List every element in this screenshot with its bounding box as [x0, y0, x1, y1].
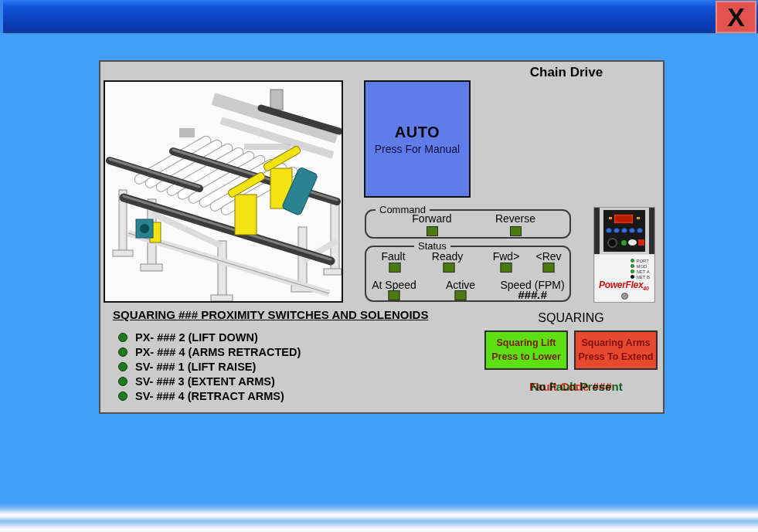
drive-led	[631, 264, 634, 268]
status-group: Status Fault Ready Fwd> <Rev At Speed Ac…	[365, 246, 571, 302]
drive-keypad	[603, 210, 645, 252]
title-bar	[0, 0, 758, 33]
list-item: SV- ### 4 (RETRACT ARMS)	[118, 388, 301, 403]
drive-cover: PORT MOD NET A NET B PowerFlex40	[595, 255, 654, 302]
rev-led	[543, 263, 555, 273]
bottom-gloss-band	[0, 503, 758, 532]
drive-button	[628, 239, 637, 246]
reverse-label: Reverse	[481, 212, 550, 225]
drive-led	[631, 269, 634, 273]
no-fault-text: No Fault Present	[530, 380, 622, 393]
drive-led-label: NET B	[636, 275, 650, 280]
drive-display-mark	[637, 217, 640, 219]
list-item: PX- ### 4 (ARMS RETRACTED)	[118, 344, 301, 359]
drive-stop-button	[638, 239, 644, 246]
drive-knob	[607, 238, 617, 248]
drive-button-row	[606, 228, 643, 233]
fwd-label: Fwd>	[493, 250, 520, 263]
prox-led-icon	[118, 391, 127, 401]
drive-keypad-section	[594, 208, 654, 254]
squaring-arms-button[interactable]: Squaring Arms Press To Extend	[574, 330, 658, 370]
active-led	[455, 290, 467, 300]
reverse-indicator: Reverse	[481, 212, 550, 239]
at-speed-led	[389, 290, 400, 300]
drive-button	[629, 228, 635, 233]
page-title: Chain Drive	[450, 65, 682, 80]
forward-indicator: Forward	[397, 212, 467, 239]
at-speed-label: At Speed	[372, 279, 416, 291]
conveyor-image	[105, 82, 342, 301]
allen-bradley-logo-icon	[621, 293, 628, 300]
squaring-arms-sublabel: Press To Extend	[578, 351, 653, 364]
drive-button	[637, 228, 643, 233]
auto-manual-button[interactable]: AUTO Press For Manual	[364, 80, 471, 198]
forward-label: Forward	[397, 212, 467, 225]
fault-label: Fault	[381, 250, 405, 263]
command-group: Command Forward Reverse	[365, 209, 571, 239]
ready-label: Ready	[432, 250, 463, 263]
speed-value: ###.#	[518, 288, 547, 301]
powerflex-logo: PowerFlex40	[599, 280, 649, 291]
titlebar-left-highlight	[0, 0, 3, 33]
drive-led-label: PORT	[636, 259, 649, 263]
ready-led	[444, 263, 455, 273]
prox-list: PX- ### 2 (LIFT DOWN) PX- ### 4 (ARMS RE…	[118, 330, 301, 403]
prox-led-icon	[118, 377, 127, 386]
drive-display-mark	[609, 217, 612, 219]
prox-item-label: PX- ### 4 (ARMS RETRACTED)	[135, 346, 301, 358]
prox-item-label: SV- ### 4 (RETRACT ARMS)	[135, 390, 284, 402]
prox-led-icon	[118, 347, 127, 357]
prox-led-icon	[118, 333, 127, 342]
drive-led-label: NET A	[636, 269, 649, 274]
chain-drive-panel: Chain Drive	[99, 60, 665, 414]
squaring-lift-button[interactable]: Squaring Lift Press to Lower	[484, 330, 568, 370]
prox-led-icon	[118, 362, 127, 371]
forward-led	[427, 226, 438, 236]
drive-start-button	[621, 240, 627, 246]
squaring-lift-sublabel: Press to Lower	[491, 351, 561, 364]
active-label: Active	[446, 279, 475, 291]
conveyor-image-frame	[104, 80, 343, 303]
prox-item-label: SV- ### 3 (EXTENT ARMS)	[135, 375, 275, 388]
drive-button	[606, 228, 612, 233]
drive-body: PORT MOD NET A NET B PowerFlex40	[593, 207, 655, 303]
drive-led	[631, 275, 634, 279]
close-icon: X	[727, 4, 745, 30]
fwd-led	[501, 263, 512, 273]
auto-mode-label: AUTO	[395, 124, 440, 141]
fault-led	[389, 263, 401, 273]
auto-mode-sublabel: Press For Manual	[375, 143, 460, 155]
drive-button	[614, 228, 620, 233]
list-item: PX- ### 2 (LIFT DOWN)	[118, 330, 301, 344]
list-item: SV- ### 1 (LIFT RAISE)	[118, 359, 301, 374]
drive-led-label: MOD	[636, 264, 647, 269]
squaring-arms-label: Squaring Arms	[581, 337, 650, 351]
drive-led-display	[614, 214, 634, 224]
powerflex-drive-image: PORT MOD NET A NET B PowerFlex40	[591, 206, 658, 303]
prox-section-heading: SQUARING ### PROXIMITY SWITCHES AND SOLE…	[113, 308, 428, 321]
prox-item-label: PX- ### 2 (LIFT DOWN)	[135, 331, 258, 344]
reverse-led	[510, 226, 522, 236]
squaring-section-label: SQUARING	[494, 311, 648, 325]
drive-led	[631, 259, 634, 263]
drive-status-leds: PORT MOD NET A NET B	[631, 258, 650, 280]
drive-button	[621, 228, 627, 233]
close-button[interactable]: X	[716, 1, 756, 33]
rev-label: <Rev	[535, 250, 561, 263]
fault-status-text: Fault Code ### No Fault Present	[491, 380, 657, 395]
prox-item-label: SV- ### 1 (LIFT RAISE)	[135, 361, 256, 373]
list-item: SV- ### 3 (EXTENT ARMS)	[118, 374, 301, 388]
squaring-lift-label: Squaring Lift	[496, 337, 556, 351]
